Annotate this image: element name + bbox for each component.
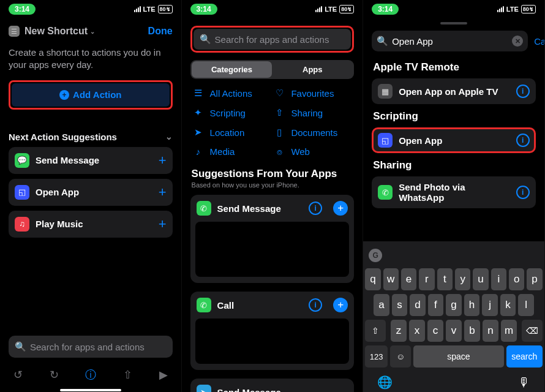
key-q[interactable]: q [365, 268, 380, 290]
shortcut-title[interactable]: New Shortcut ⌄ [24, 26, 143, 37]
suggestion-card-call[interactable]: ✆ Call i + [190, 292, 355, 370]
key-r[interactable]: r [419, 268, 434, 290]
suggestion-card-telegram[interactable]: ➤ Send Message [190, 379, 355, 392]
network-label: LTE [143, 6, 156, 13]
info-icon[interactable]: ⓘ [85, 368, 96, 382]
category-media[interactable]: ♪Media [193, 146, 271, 157]
shift-key[interactable]: ⇧ [365, 320, 386, 342]
key-w[interactable]: w [383, 268, 399, 290]
info-icon[interactable]: i [309, 202, 322, 215]
done-button[interactable]: Done [148, 26, 173, 37]
add-icon[interactable]: + [159, 153, 167, 168]
suggestion-play-music[interactable]: ♫ Play Music + [9, 211, 173, 238]
status-right: LTE 80↯ [315, 5, 354, 13]
info-icon[interactable]: i [516, 186, 530, 199]
category-location[interactable]: ➤Location [193, 127, 271, 138]
emoji-key[interactable]: ☺ [390, 345, 411, 368]
home-indicator[interactable] [60, 389, 121, 391]
open-app-icon: ◱ [378, 133, 393, 148]
result-label: Open App on Apple TV [399, 86, 510, 97]
result-open-app-apple-tv[interactable]: ▦ Open App on Apple TV i [372, 78, 536, 104]
category-web[interactable]: ⌾Web [274, 146, 351, 157]
key-z[interactable]: z [391, 320, 407, 342]
add-action-button[interactable]: + Add Action [12, 83, 170, 107]
backspace-key[interactable]: ⌫ [522, 320, 543, 342]
suggestion-label: Open App [36, 187, 152, 197]
media-icon: ♪ [193, 146, 204, 157]
key-y[interactable]: y [455, 268, 470, 290]
numbers-key[interactable]: 123 [365, 345, 388, 368]
suggestion-card-send-message[interactable]: ✆ Send Message i + [190, 195, 355, 283]
screen-shortcut-editor: 3:14 LTE 80↯ ☰ New Shortcut ⌄ Done Creat… [0, 0, 182, 392]
key-j[interactable]: j [482, 294, 498, 316]
segment-categories[interactable]: Categories [192, 61, 272, 78]
clear-icon[interactable]: ✕ [512, 36, 523, 47]
key-u[interactable]: u [473, 268, 488, 290]
search-field[interactable] [392, 36, 508, 47]
info-icon[interactable]: i [516, 134, 530, 147]
key-a[interactable]: a [374, 294, 389, 316]
key-d[interactable]: d [410, 294, 426, 316]
key-t[interactable]: t [437, 268, 453, 290]
add-icon[interactable]: + [159, 216, 167, 232]
undo-icon[interactable]: ↺ [13, 368, 23, 382]
battery-icon: 80↯ [158, 5, 173, 13]
category-grid: ☰All Actions ♡Favourites ✦Scripting ⇧Sha… [182, 88, 363, 165]
key-c[interactable]: c [427, 320, 443, 342]
share-icon[interactable]: ⇧ [123, 368, 132, 382]
search-key[interactable]: search [506, 345, 543, 368]
mic-icon[interactable]: 🎙 [518, 375, 530, 390]
chevron-down-icon: ⌄ [165, 132, 173, 141]
key-f[interactable]: f [428, 294, 444, 316]
play-icon[interactable]: ▶ [159, 368, 168, 382]
segment-control[interactable]: Categories Apps [190, 60, 355, 79]
cancel-button[interactable]: Cancel [534, 36, 545, 47]
suggestion-open-app[interactable]: ◱ Open App + [9, 179, 173, 206]
grammarly-icon[interactable]: G [369, 249, 382, 262]
add-icon[interactable]: + [159, 184, 167, 200]
key-n[interactable]: n [483, 320, 498, 342]
status-bar: 3:14 LTE 80↯ [182, 0, 363, 18]
keyboard[interactable]: G qwertyuiop asdfghjkl ⇧ zxcvbnm ⌫ 123 ☺… [363, 241, 544, 392]
result-send-photo-whatsapp[interactable]: ✆ Send Photo via WhatsApp i [372, 176, 536, 208]
key-i[interactable]: i [491, 268, 506, 290]
add-icon[interactable]: + [333, 298, 348, 312]
category-sharing[interactable]: ⇧Sharing [274, 107, 351, 118]
key-e[interactable]: e [401, 268, 416, 290]
add-icon[interactable]: + [333, 201, 348, 216]
category-favourites[interactable]: ♡Favourites [274, 88, 351, 99]
key-v[interactable]: v [446, 320, 462, 342]
segment-apps[interactable]: Apps [272, 61, 353, 78]
key-o[interactable]: o [509, 268, 524, 290]
status-bar: 3:14 LTE 80↯ [0, 0, 181, 18]
key-x[interactable]: x [409, 320, 425, 342]
status-right: LTE 80↯ [134, 5, 173, 13]
redo-icon[interactable]: ↻ [50, 368, 59, 382]
key-g[interactable]: g [446, 294, 462, 316]
info-icon[interactable]: i [516, 85, 530, 98]
search-input[interactable]: 🔍 Search for apps and actions [194, 29, 351, 50]
info-icon[interactable]: i [309, 298, 322, 312]
suggestions-header[interactable]: Next Action Suggestions ⌄ [0, 110, 181, 147]
key-p[interactable]: p [527, 268, 542, 290]
key-s[interactable]: s [392, 294, 408, 316]
shortcut-icon[interactable]: ☰ [9, 26, 20, 37]
globe-icon[interactable]: 🌐 [377, 375, 393, 390]
key-h[interactable]: h [464, 294, 480, 316]
category-all-actions[interactable]: ☰All Actions [193, 88, 271, 99]
suggestion-label: Play Music [36, 219, 152, 229]
add-action-label: Add Action [73, 89, 121, 100]
result-open-app[interactable]: ◱ Open App i [372, 127, 536, 153]
category-documents[interactable]: ▯Documents [274, 127, 351, 138]
suggestion-send-message[interactable]: 💬 Send Message + [9, 147, 173, 174]
category-scripting[interactable]: ✦Scripting [193, 107, 271, 118]
search-input[interactable]: 🔍 ✕ [372, 31, 528, 51]
status-bar: 3:14 LTE 80↯ [363, 0, 544, 18]
key-k[interactable]: k [500, 294, 516, 316]
key-m[interactable]: m [501, 320, 517, 342]
search-icon: 🔍 [200, 34, 211, 45]
space-key[interactable]: space [413, 345, 504, 368]
search-input[interactable]: 🔍 Search for apps and actions [9, 336, 173, 358]
key-b[interactable]: b [464, 320, 480, 342]
key-l[interactable]: l [518, 294, 534, 316]
